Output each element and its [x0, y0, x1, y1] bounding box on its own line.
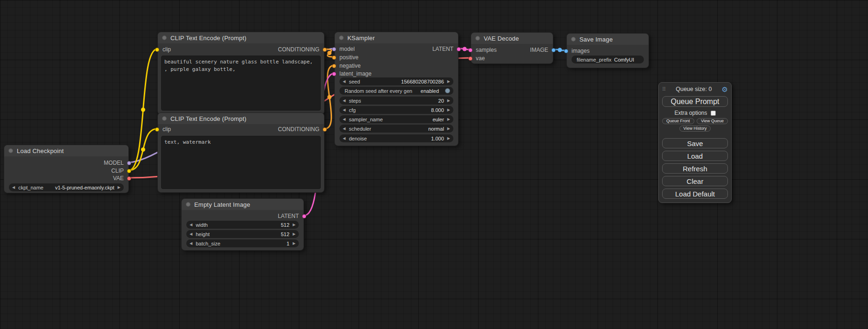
drag-handle-icon[interactable]: ⠿ [662, 86, 666, 92]
increment-arrow-icon[interactable]: ▶ [447, 137, 450, 140]
height-widget[interactable]: ◀ height 512 ▶ [186, 230, 299, 238]
queue-prompt-button[interactable]: Queue Prompt [662, 96, 728, 107]
vae-port-icon[interactable] [127, 176, 131, 181]
output-slot-conditioning[interactable]: CONDITIONING [278, 46, 327, 53]
cfg-widget[interactable]: ◀ cfg 8.000 ▶ [339, 106, 453, 114]
collapse-dot[interactable] [571, 37, 576, 42]
decrement-arrow-icon[interactable]: ◀ [190, 223, 192, 227]
random-seed-toggle-widget[interactable]: Random seed after every gen enabled [339, 87, 453, 95]
model-port-icon[interactable] [127, 161, 131, 165]
latent-port-icon[interactable] [457, 47, 461, 51]
conditioning-port-icon[interactable] [323, 48, 327, 52]
output-slot-latent[interactable]: LATENT [278, 213, 306, 219]
ckpt-name-widget[interactable]: ◀ ckpt_name v1-5-pruned-emaonly.ckpt ▶ [9, 183, 124, 191]
collapse-dot[interactable] [186, 202, 191, 207]
load-default-button[interactable]: Load Default [662, 189, 728, 199]
link-midpoint-dot[interactable] [463, 47, 467, 51]
scheduler-widget[interactable]: ◀ scheduler normal ▶ [339, 125, 453, 133]
queue-front-button[interactable]: Queue Front [662, 118, 694, 124]
view-queue-button[interactable]: View Queue [697, 118, 728, 124]
link-midpoint-dot[interactable] [558, 48, 562, 52]
output-slot-vae[interactable]: VAE [113, 175, 131, 182]
link-midpoint-dot[interactable] [327, 51, 332, 55]
clip-port-icon[interactable] [155, 48, 159, 52]
collapse-dot[interactable] [8, 148, 13, 153]
settings-gear-icon[interactable]: ⚙ [722, 86, 728, 93]
decrement-arrow-icon[interactable]: ◀ [343, 80, 346, 84]
seed-widget[interactable]: ◀ seed 156680208700286 ▶ [339, 77, 453, 85]
node-load-checkpoint[interactable]: Load Checkpoint MODEL CLIP VAE ◀ ckpt_na… [4, 145, 129, 193]
extra-options-checkbox[interactable] [711, 111, 716, 116]
increment-arrow-icon[interactable]: ▶ [293, 232, 296, 236]
node-empty-latent-image[interactable]: Empty Latent Image LATENT ◀ width 512 ▶ … [181, 198, 304, 251]
latent-port-icon[interactable] [302, 214, 306, 218]
clip-port-icon[interactable] [155, 127, 159, 132]
output-slot-model[interactable]: MODEL [104, 160, 131, 166]
increment-arrow-icon[interactable]: ▶ [447, 118, 450, 121]
output-slot-clip[interactable]: CLIP [111, 168, 131, 174]
refresh-button[interactable]: Refresh [662, 163, 728, 174]
conditioning-port-icon[interactable] [332, 64, 336, 68]
increment-arrow-icon[interactable]: ▶ [447, 99, 450, 103]
input-slot-positive[interactable]: positive [332, 54, 359, 61]
decrement-arrow-icon[interactable]: ◀ [190, 232, 192, 236]
increment-arrow-icon[interactable]: ▶ [447, 127, 450, 131]
node-title-bar[interactable]: CLIP Text Encode (Prompt) [158, 32, 324, 43]
steps-widget[interactable]: ◀ steps 20 ▶ [339, 97, 453, 105]
denoise-widget[interactable]: ◀ denoise 1.000 ▶ [339, 134, 453, 142]
link-midpoint-dot[interactable] [141, 147, 145, 152]
conditioning-port-icon[interactable] [323, 127, 327, 132]
increment-arrow-icon[interactable]: ▶ [447, 80, 450, 84]
positive-prompt-textarea[interactable]: beautiful scenery nature glass bottle la… [161, 56, 321, 111]
link-midpoint-dot[interactable] [327, 95, 332, 99]
vae-port-icon[interactable] [468, 56, 473, 61]
model-port-icon[interactable] [332, 47, 336, 51]
collapse-dot[interactable] [339, 35, 344, 40]
load-button[interactable]: Load [662, 151, 728, 161]
sampler-name-widget[interactable]: ◀ sampler_name euler ▶ [339, 115, 453, 123]
negative-prompt-textarea[interactable]: text, watermark [161, 136, 321, 189]
batch-size-widget[interactable]: ◀ batch_size 1 ▶ [186, 239, 299, 247]
input-slot-vae[interactable]: vae [468, 55, 485, 62]
input-slot-model[interactable]: model [332, 46, 355, 52]
input-slot-negative[interactable]: negative [332, 63, 360, 69]
increment-arrow-icon[interactable]: ▶ [447, 108, 450, 112]
output-slot-latent[interactable]: LATENT [432, 46, 461, 52]
node-clip-text-encode-negative[interactable]: CLIP Text Encode (Prompt) clip CONDITION… [157, 112, 325, 193]
clear-button[interactable]: Clear [662, 176, 728, 186]
output-slot-conditioning[interactable]: CONDITIONING [278, 126, 327, 133]
decrement-arrow-icon[interactable]: ◀ [343, 137, 346, 140]
input-slot-samples[interactable]: samples [468, 47, 497, 53]
conditioning-port-icon[interactable] [332, 56, 336, 60]
node-title-bar[interactable]: KSampler [335, 32, 458, 43]
node-title-bar[interactable]: Empty Latent Image [182, 199, 303, 210]
decrement-arrow-icon[interactable]: ◀ [343, 99, 346, 103]
collapse-dot[interactable] [475, 36, 480, 41]
view-history-button[interactable]: View History [679, 126, 711, 132]
node-vae-decode[interactable]: VAE Decode samples vae IMAGE [471, 32, 553, 64]
input-slot-clip[interactable]: clip [155, 126, 171, 133]
filename-prefix-widget[interactable]: filename_prefix ComfyUI [572, 56, 644, 63]
increment-arrow-icon[interactable]: ▶ [293, 242, 296, 245]
input-slot-latent-image[interactable]: latent_image [332, 70, 372, 77]
decrement-arrow-icon[interactable]: ◀ [190, 242, 192, 245]
collapse-dot[interactable] [162, 116, 167, 121]
node-title-bar[interactable]: CLIP Text Encode (Prompt) [158, 113, 324, 124]
input-slot-clip[interactable]: clip [155, 46, 171, 53]
link-midpoint-dot[interactable] [141, 108, 145, 112]
image-port-icon[interactable] [564, 49, 568, 53]
latent-port-icon[interactable] [332, 72, 336, 76]
collapse-dot[interactable] [162, 35, 167, 40]
decrement-arrow-icon[interactable]: ◀ [343, 108, 346, 112]
decrement-arrow-icon[interactable]: ◀ [12, 186, 15, 189]
latent-port-icon[interactable] [468, 48, 473, 52]
image-port-icon[interactable] [551, 48, 556, 52]
decrement-arrow-icon[interactable]: ◀ [343, 127, 346, 131]
toggle-indicator-icon[interactable] [445, 88, 450, 93]
increment-arrow-icon[interactable]: ▶ [118, 186, 120, 189]
node-clip-text-encode-positive[interactable]: CLIP Text Encode (Prompt) clip CONDITION… [157, 32, 325, 115]
node-ksampler[interactable]: KSampler model positive negative latent_… [334, 32, 459, 146]
clip-port-icon[interactable] [127, 169, 131, 173]
node-save-image[interactable]: Save Image images filename_prefix ComfyU… [566, 33, 649, 68]
input-slot-images[interactable]: images [564, 48, 590, 54]
